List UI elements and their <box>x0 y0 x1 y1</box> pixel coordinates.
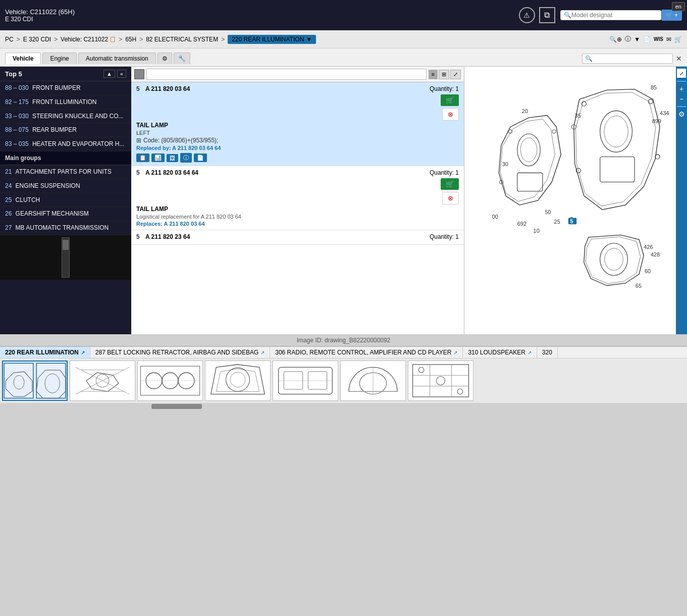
wis-icon[interactable]: WIS <box>654 36 663 42</box>
list-view-btn[interactable]: ≡ <box>429 70 438 79</box>
sidebar-item-label-0: FRONT BUMPER <box>32 84 81 91</box>
part-0-icons: 📋 📊 🖼 ⓘ 📄 <box>136 153 459 163</box>
diag-btn-expand[interactable]: ⤢ <box>677 69 686 78</box>
svg-point-48 <box>226 368 250 391</box>
sidebar-item-24[interactable]: 24 ENGINE SUSPENSION <box>0 179 131 193</box>
image-id-text: Image ID: drawing_B82220000092 <box>297 337 390 344</box>
sidebar-item-front-bumper[interactable]: 88 – 030 FRONT BUMPER <box>0 81 131 95</box>
copy-icon[interactable]: ⧉ <box>539 7 555 23</box>
thumbnail-2[interactable] <box>137 361 203 401</box>
part-row-0: 5 A 211 820 03 64 Quantity: 1 🛒 ⊗ TAIL L… <box>131 82 464 166</box>
part-1-left: 5 A 211 820 03 64 64 <box>136 169 198 176</box>
tab-icon2[interactable]: 🔧 <box>174 53 190 64</box>
part-0-icon-chart[interactable]: 📊 <box>151 153 165 162</box>
search-input[interactable] <box>571 12 652 19</box>
part-0-side: LEFT <box>136 130 459 136</box>
tab-search-container: 🔍 <box>582 54 673 64</box>
breadcrumb-e320[interactable]: E 320 CDI <box>23 36 51 43</box>
part-1-pos: 5 <box>136 169 140 176</box>
breadcrumb-electrical[interactable]: 82 ELECTRICAL SYSTEM <box>146 36 218 43</box>
sidebar-item-25[interactable]: 25 CLUTCH <box>0 193 131 208</box>
svg-text:00: 00 <box>492 214 498 220</box>
filter-icon[interactable]: ▼ <box>634 36 640 43</box>
breadcrumb-vehicle[interactable]: Vehicle: C211022 📋 <box>61 36 116 43</box>
part-0-id: A 211 820 03 64 <box>145 85 190 92</box>
cart-nav-icon[interactable]: 🛒 <box>674 36 682 43</box>
color-swatch[interactable] <box>134 69 144 79</box>
tab-transmission[interactable]: Automatic transmission <box>78 53 156 64</box>
part-row-0-header: 5 A 211 820 03 64 Quantity: 1 🛒 ⊗ <box>136 85 459 121</box>
sidebar-minimize-btn[interactable]: « <box>117 70 126 78</box>
diag-btn-zoom-in[interactable]: + <box>679 85 683 93</box>
svg-text:10: 10 <box>534 228 540 234</box>
thumbnail-3[interactable] <box>205 361 271 401</box>
sidebar-item-steering[interactable]: 33 – 030 STEERING KNUCKLE AND CO... <box>0 110 131 124</box>
view-btns: ≡ ⊞ ⤢ <box>429 70 461 79</box>
thumbnail-1[interactable] <box>70 361 135 401</box>
sep4: > <box>139 36 143 43</box>
diag-btn-zoom-out[interactable]: − <box>679 95 683 103</box>
sidebar: Top 5 ▲ « 88 – 030 FRONT BUMPER 82 – 175… <box>0 67 131 334</box>
warning-icon[interactable]: ⚠ <box>519 7 535 23</box>
tab-engine[interactable]: Engine <box>42 53 76 64</box>
bottom-tab-4[interactable]: 320 <box>537 347 558 358</box>
part-0-qty: Quantity: 1 <box>430 85 459 92</box>
bottom-tab-2[interactable]: 306 RADIO, REMOTE CONTROL, AMPLIFIER AND… <box>270 347 463 358</box>
sidebar-header: Top 5 ▲ « <box>0 67 131 81</box>
thumbnail-4[interactable] <box>273 361 338 401</box>
part-0-icon-doc[interactable]: 📋 <box>136 153 149 162</box>
sidebar-item-26[interactable]: 26 GEARSHIFT MECHANISM <box>0 207 131 221</box>
part-1-remove[interactable]: ⊗ <box>442 192 459 204</box>
main-groups-label: Main groups <box>5 155 41 162</box>
cart-button[interactable]: 🛒 + <box>661 10 682 21</box>
part-1-replaces[interactable]: Replaces: A 211 820 03 64 <box>136 221 459 227</box>
doc-icon[interactable]: 📄 <box>643 36 651 43</box>
part-1-qty-actions: Quantity: 1 🛒 ⊗ <box>430 169 459 204</box>
part-0-icon-img[interactable]: 🖼 <box>167 154 178 162</box>
tab-vehicle[interactable]: Vehicle <box>5 53 41 64</box>
sidebar-item-front-illumination[interactable]: 82 – 175 FRONT ILLUMINATION <box>0 95 131 110</box>
grid-view-btn[interactable]: ⊞ <box>439 70 449 79</box>
part-0-remove[interactable]: ⊗ <box>442 108 459 121</box>
bottom-tab-3[interactable]: 310 LOUDSPEAKER ↗ <box>463 347 537 358</box>
svg-text:692: 692 <box>517 221 526 227</box>
svg-point-23 <box>655 155 660 159</box>
sidebar-item-21[interactable]: 21 ATTACHMENT PARTS FOR UNITS <box>0 165 131 179</box>
sep3: > <box>119 36 122 43</box>
tab-search-input[interactable] <box>593 55 670 62</box>
thumbnail-6[interactable] <box>408 361 473 401</box>
sidebar-item-27[interactable]: 27 MB AUTOMATIC TRANSMISSION <box>0 221 131 235</box>
tab-close-icon[interactable]: ✕ <box>676 55 682 63</box>
parts-search-input[interactable] <box>146 69 427 80</box>
bottom-scrollbar[interactable] <box>0 403 687 410</box>
info-icon[interactable]: ⓘ <box>625 35 631 43</box>
sep2: > <box>54 36 58 43</box>
part-0-add-to-cart[interactable]: 🛒 <box>441 94 459 106</box>
breadcrumb-pc[interactable]: PC <box>5 36 14 43</box>
part-0-replaced[interactable]: Replaced by: A 211 820 03 64 64 <box>136 145 459 151</box>
svg-text:25: 25 <box>554 219 560 225</box>
sidebar-num-26: 26 <box>5 210 12 217</box>
lang-button[interactable]: en <box>672 2 685 11</box>
scroll-thumb[interactable] <box>151 404 202 409</box>
expand-view-btn[interactable]: ⤢ <box>450 70 461 79</box>
part-0-code-text: Code: (805/806)+(953/955); <box>143 137 218 144</box>
bottom-tab-1[interactable]: 287 BELT LOCKING RETRACTOR, AIRBAG AND S… <box>90 347 270 358</box>
thumbnail-0[interactable] <box>2 361 68 401</box>
breadcrumb-65h[interactable]: 65H <box>125 36 136 43</box>
svg-rect-20 <box>600 157 635 182</box>
tab-icon1[interactable]: ⚙ <box>157 53 172 64</box>
part-row-1-header: 5 A 211 820 03 64 64 Quantity: 1 🛒 ⊗ <box>136 169 459 204</box>
bottom-tab-0[interactable]: 220 REAR ILLUMINATION ↗ <box>0 347 90 358</box>
mail-icon[interactable]: ✉ <box>666 36 671 43</box>
zoom-icon[interactable]: 🔍⊕ <box>609 36 622 43</box>
diag-btn-settings[interactable]: ⚙ <box>678 110 685 118</box>
part-1-add-to-cart[interactable]: 🛒 <box>441 178 459 190</box>
sidebar-item-heater[interactable]: 83 – 035 HEATER AND EVAPORATOR H... <box>0 137 131 151</box>
part-0-icon-copy[interactable]: 📄 <box>194 153 207 162</box>
breadcrumb-active[interactable]: 220 REAR ILLUMINATION ▼ <box>228 35 316 44</box>
sidebar-collapse-btn[interactable]: ▲ <box>103 70 115 78</box>
thumbnail-5[interactable] <box>340 361 406 401</box>
part-0-icon-info[interactable]: ⓘ <box>180 153 192 163</box>
sidebar-item-rear-bumper[interactable]: 88 – 075 REAR BUMPER <box>0 123 131 137</box>
